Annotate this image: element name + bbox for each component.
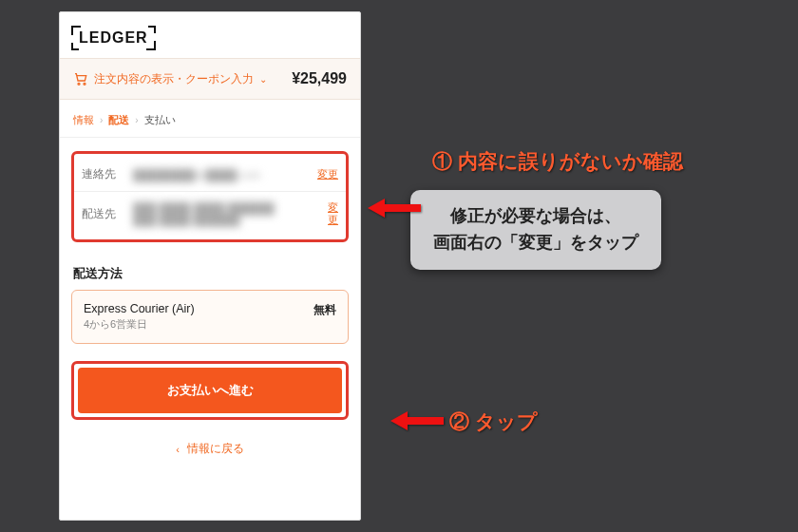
shipping-option[interactable]: Express Courier (Air) 4から6営業日 無料 — [71, 290, 349, 344]
change-contact-link[interactable]: 変更 — [317, 168, 338, 180]
contact-value: ████████@████.com — [133, 169, 310, 180]
order-total: ¥25,499 — [292, 70, 347, 87]
change-ship-link[interactable]: 変更 — [325, 201, 338, 226]
proceed-payment-button[interactable]: お支払いへ進む — [78, 368, 342, 413]
arrow-icon — [390, 409, 444, 432]
ledger-logo: LEDGER — [73, 28, 154, 48]
cta-highlight: お支払いへ進む — [71, 361, 349, 420]
checkout-screen: LEDGER 注文内容の表示・クーポン入力 ⌄ ¥25,499 情報 › 配送 … — [59, 11, 361, 521]
annotation-step1: ① 内容に誤りがないか確認 — [432, 148, 683, 175]
svg-marker-3 — [390, 411, 444, 430]
back-to-info-link[interactable]: ‹ 情報に戻る — [60, 428, 360, 466]
ship-value: ███ ████-████ ██████ ███ ████ ██████ — [133, 202, 317, 225]
crumb-info[interactable]: 情報 — [73, 113, 94, 127]
app-header: LEDGER — [60, 12, 360, 58]
svg-point-1 — [84, 83, 86, 85]
shipping-method-title: 配送方法 — [60, 250, 360, 290]
logo-text: LEDGER — [79, 29, 148, 46]
svg-point-0 — [78, 83, 80, 85]
shipping-eta: 4から6営業日 — [84, 317, 195, 332]
chevron-right-icon: › — [135, 115, 138, 125]
arrow-icon — [368, 197, 421, 219]
annotation-step2: ② タップ — [449, 408, 538, 435]
shipping-price: 無料 — [314, 302, 336, 318]
annotation-note: 修正が必要な場合は、 画面右の「変更」をタップ — [410, 190, 661, 270]
chevron-right-icon: › — [100, 115, 103, 125]
breadcrumb: 情報 › 配送 › 支払い — [60, 100, 360, 138]
chevron-left-icon: ‹ — [176, 444, 180, 455]
shipping-method-name: Express Courier (Air) — [84, 302, 195, 315]
review-row-contact: 連絡先 ████████@████.com 変更 — [74, 158, 346, 191]
review-row-ship: 配送先 ███ ████-████ ██████ ███ ████ ██████… — [74, 191, 346, 236]
order-summary-toggle[interactable]: 注文内容の表示・クーポン入力 ⌄ ¥25,499 — [60, 58, 360, 100]
note-line1: 修正が必要な場合は、 — [433, 203, 638, 230]
chevron-down-icon: ⌄ — [259, 74, 267, 85]
ship-label: 配送先 — [82, 207, 125, 221]
crumb-shipping: 配送 — [108, 113, 129, 127]
summary-label: 注文内容の表示・クーポン入力 — [94, 71, 254, 87]
review-box-highlight: 連絡先 ████████@████.com 変更 配送先 ███ ████-██… — [71, 151, 349, 242]
svg-marker-2 — [368, 199, 421, 218]
note-line2: 画面右の「変更」をタップ — [433, 230, 638, 256]
crumb-pay: 支払い — [144, 113, 176, 127]
cart-icon — [73, 71, 88, 86]
contact-label: 連絡先 — [82, 167, 125, 181]
back-label: 情報に戻る — [187, 441, 244, 457]
